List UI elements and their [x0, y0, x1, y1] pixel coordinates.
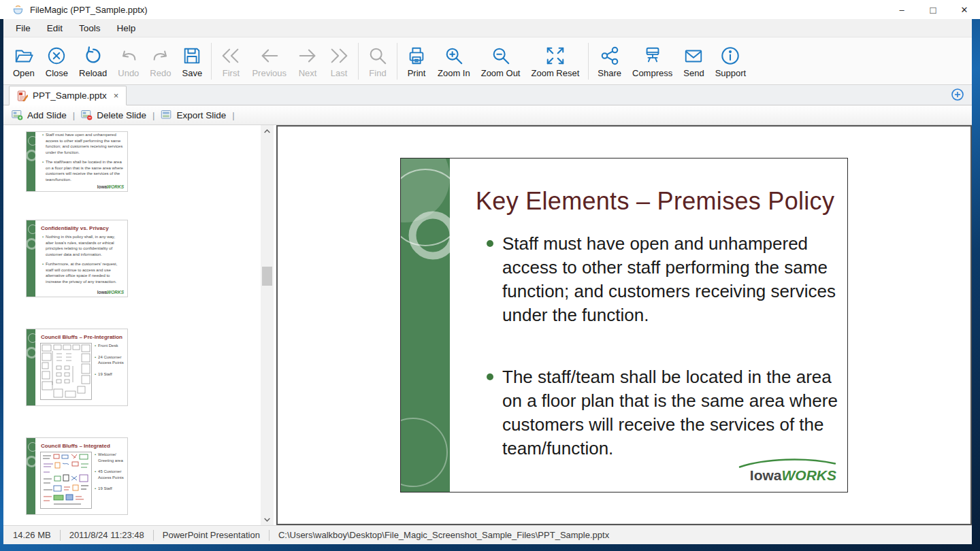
compress-button[interactable]: Compress [627, 41, 678, 81]
filemagic-app-icon [12, 4, 24, 16]
slide-bullet: The staff/team shall be located in the a… [487, 365, 842, 461]
open-button[interactable]: Open [7, 41, 40, 81]
info-circle-icon [720, 44, 740, 66]
bullet-dot [487, 240, 493, 247]
zoom-in-button[interactable]: Zoom In [432, 41, 476, 81]
close-circle-icon [46, 44, 67, 66]
scroll-down-icon[interactable] [261, 514, 274, 525]
tab-close-icon[interactable]: × [114, 90, 119, 101]
menu-help[interactable]: Help [109, 19, 144, 37]
previous-button[interactable]: Previous [246, 41, 292, 81]
bullet-dot: • [95, 343, 96, 349]
menu-file[interactable]: File [7, 19, 39, 37]
scroll-up-icon[interactable] [261, 125, 274, 137]
bullet-dot: • [42, 132, 44, 155]
thumb-title: Council Bluffs – Integrated [41, 443, 125, 449]
share-button[interactable]: Share [592, 41, 627, 81]
add-slide-icon [12, 110, 23, 120]
redo-button[interactable]: Redo [144, 41, 176, 81]
file-size: 14.26 MB [13, 530, 60, 540]
thumb-bullet-text: The staff/team shall be located in the a… [46, 159, 124, 182]
scrollbar-thumb[interactable] [262, 267, 272, 286]
share-nodes-icon [600, 44, 620, 66]
thumb-bullet-text: 45 Customer Access Points [98, 469, 125, 480]
iowaworks-logo-small: IowaWORKS [97, 185, 124, 190]
iowaworks-logo-small: IowaWORKS [97, 290, 124, 295]
circle-plus-icon [951, 88, 964, 101]
zoom-reset-icon [545, 44, 566, 66]
save-floppy-icon [182, 44, 202, 66]
thumbnail-scrollbar[interactable] [261, 125, 274, 525]
content-area: •Staff must have open and unhampered acc… [3, 125, 972, 525]
bullet-dot: • [95, 486, 96, 492]
print-button[interactable]: Print [401, 41, 432, 81]
export-slide-label: Export Slide [176, 110, 226, 120]
slide-thumbnail-2[interactable]: Confidentiality vs. Privacy •Nothing in … [26, 220, 128, 297]
minimize-button[interactable]: – [886, 0, 917, 19]
powerpoint-file-icon [17, 90, 28, 101]
save-button[interactable]: Save [176, 41, 208, 81]
printer-icon [406, 44, 427, 66]
tab-ppt-sample[interactable]: PPT_Sample.pptx × [9, 86, 127, 105]
bullet-dot: • [95, 452, 96, 463]
maximize-button[interactable]: □ [917, 0, 949, 19]
main-toolbar: Open Close Reload Undo Redo [3, 37, 972, 85]
floor-plan-sketch [40, 343, 92, 400]
support-button[interactable]: Support [710, 41, 752, 81]
delete-slide-label: Delete Slide [97, 110, 146, 120]
logo-prefix: Iowa [750, 467, 782, 483]
slide-bullet: Staff must have open and unhampered acce… [487, 232, 842, 327]
bullet-dot: • [42, 261, 44, 284]
arrow-left-icon [259, 44, 280, 66]
last-button[interactable]: Last [323, 41, 355, 81]
menu-bar: File Edit Tools Help [3, 19, 972, 37]
thumb-bullet-text: Furthermore, at the customers' request, … [46, 261, 124, 284]
slide-thumbnail-4[interactable]: Council Bluffs – Integrated [26, 437, 128, 515]
menu-edit[interactable]: Edit [39, 19, 71, 37]
bullet-text: Staff must have open and unhampered acce… [502, 232, 842, 327]
thumb-green-bar [27, 329, 35, 405]
undo-icon [118, 44, 139, 66]
floor-plan-colored [40, 452, 92, 509]
zoom-reset-button[interactable]: Zoom Reset [525, 41, 585, 81]
zoom-in-icon [444, 44, 464, 66]
slidebar-separator: | [152, 110, 154, 120]
slidebar-separator: | [73, 110, 75, 120]
bullet-dot: • [95, 354, 96, 366]
close-button[interactable]: ✕ [949, 0, 980, 19]
next-button[interactable]: Next [292, 41, 323, 81]
zoom-out-button[interactable]: Zoom Out [476, 41, 526, 81]
new-tab-button[interactable] [950, 87, 965, 102]
close-file-button[interactable]: Close [40, 41, 74, 81]
find-button[interactable]: Find [362, 41, 393, 81]
bullet-dot [487, 373, 493, 380]
status-bar: 14.26 MB 2011/8/24 11:23:48 PowerPoint P… [3, 525, 972, 544]
thumb-bullet-text: Front Desk [98, 343, 118, 349]
toolbar-separator [211, 43, 212, 80]
title-bar: FileMagic (PPT_Sample.pptx) – □ ✕ [0, 0, 980, 19]
thumb-title: Council Bluffs – Pre-Integration [41, 334, 125, 340]
reload-button[interactable]: Reload [74, 41, 112, 81]
toolbar-separator [588, 43, 589, 80]
add-slide-button[interactable]: Add Slide [12, 110, 67, 120]
slide-thumbnail-3[interactable]: Council Bluffs – Pre-Integration [26, 329, 128, 406]
thumb-green-bar [27, 132, 35, 191]
current-slide: Key Elements – Premises Policy Staff mus… [400, 158, 848, 492]
export-slide-icon [161, 110, 172, 120]
toolbar-separator [358, 43, 359, 80]
export-slide-button[interactable]: Export Slide [161, 110, 226, 120]
first-chevrons-icon [220, 44, 241, 66]
first-button[interactable]: First [215, 41, 246, 81]
send-button[interactable]: Send [678, 41, 709, 81]
window-controls: – □ ✕ [886, 0, 980, 19]
menu-tools[interactable]: Tools [71, 19, 109, 37]
thumb-green-bar [27, 438, 35, 514]
slide-thumbnail-1[interactable]: •Staff must have open and unhampered acc… [26, 131, 128, 192]
delete-slide-icon [81, 110, 93, 120]
undo-button[interactable]: Undo [112, 41, 144, 81]
window-title: FileMagic (PPT_Sample.pptx) [30, 5, 148, 15]
compress-icon [642, 44, 663, 66]
open-folder-icon [14, 44, 34, 66]
slide-title: Key Elements – Premises Policy [476, 187, 843, 216]
delete-slide-button[interactable]: Delete Slide [81, 110, 146, 120]
